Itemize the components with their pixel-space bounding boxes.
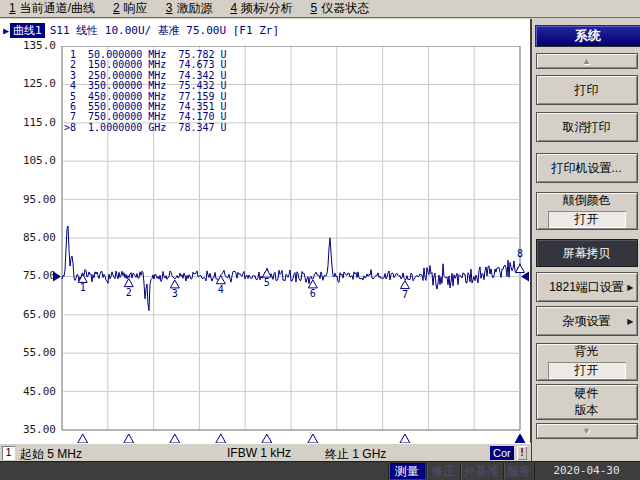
menu-item-1[interactable]: 1当前通道/曲线 — [0, 0, 104, 17]
softkey-screen-copy[interactable]: 屏幕拷贝 — [536, 239, 638, 267]
marker-readout-table: 1 50.000000 MHz 75.782 U 2 150.00000 MHz… — [64, 50, 227, 133]
softkey-sidebar: 系统▲打印取消打印打印机设置...颠倒颜色打开屏幕拷贝1821端口设置▶杂项设置… — [531, 19, 640, 461]
instrument-state-bar: 2020-04-30 10:19 测量修正外基准服务 — [0, 461, 640, 480]
y-axis-tick-label: 115.0 — [14, 116, 56, 129]
marker-5[interactable]: 5 — [262, 269, 271, 288]
marker-6-stimulus-triangle-icon — [308, 434, 318, 443]
state-indicator-1: 测量 — [388, 463, 425, 479]
y-axis-tick-label: 85.00 — [14, 231, 56, 244]
chevron-down-icon: ▼ — [537, 426, 637, 436]
svg-text:6: 6 — [310, 288, 316, 299]
y-axis-tick-label: 35.00 — [14, 423, 56, 436]
svg-text:3: 3 — [172, 288, 178, 299]
correction-on-badge: Cor — [490, 446, 514, 460]
marker-7-stimulus-triangle-icon — [400, 434, 410, 443]
marker-3-stimulus-triangle-icon — [170, 434, 180, 443]
marker-4-stimulus-triangle-icon — [216, 434, 226, 443]
y-axis-tick-label: 135.0 — [14, 39, 56, 52]
state-indicator-3: 外基准 — [460, 463, 502, 479]
state-indicator-4: 服务 — [503, 463, 533, 479]
state-indicator-2: 修正 — [426, 463, 459, 479]
softkey-invert-colors[interactable]: 颠倒颜色打开 — [536, 192, 638, 230]
softkey-label: 1821端口设置 — [537, 279, 637, 296]
softkey-label: 背光 — [537, 343, 637, 360]
softkey-label: 打印 — [537, 82, 637, 99]
softkey-hardware-version[interactable]: 硬件版本 — [536, 384, 638, 420]
submenu-arrow-icon: ▶ — [627, 283, 633, 292]
y-axis-tick-label: 55.00 — [14, 346, 56, 359]
svg-text:7: 7 — [402, 289, 408, 300]
marker-1-stimulus-triangle-icon — [78, 434, 88, 443]
svg-text:8: 8 — [517, 248, 523, 259]
menu-bar: 1当前通道/曲线2响应3激励源4频标/分析5仪器状态 — [0, 0, 640, 18]
channel-number-badge: 1 — [2, 446, 15, 460]
svg-text:2: 2 — [126, 287, 132, 298]
datetime-display: 2020-04-30 10:19 — [534, 463, 638, 479]
y-axis-tick-label: 45.00 — [14, 385, 56, 398]
submenu-arrow-icon: ▶ — [627, 317, 633, 326]
marker-6[interactable]: 6 — [308, 280, 317, 299]
marker-5-stimulus-triangle-icon — [262, 434, 272, 443]
marker-8-stimulus-triangle-icon — [515, 434, 525, 443]
softkey-state-value: 打开 — [548, 362, 626, 379]
marker-4[interactable]: 4 — [216, 276, 225, 295]
y-axis-tick-label: 125.0 — [14, 77, 56, 90]
svg-text:1: 1 — [80, 282, 86, 293]
softkey-print[interactable]: 打印 — [536, 75, 638, 105]
softkey-label: 打印机设置... — [537, 160, 637, 177]
chevron-up-icon: ▲ — [537, 56, 637, 66]
marker-2-stimulus-triangle-icon — [124, 434, 134, 443]
ref-level-arrow-left-icon — [53, 271, 61, 281]
softkey-label: 颠倒颜色 — [537, 192, 637, 209]
softkey-label: 屏幕拷贝 — [537, 245, 637, 262]
measurement-screen: ▶ 曲线1 S11 线性 10.00U/ 基准 75.00U [F1 Zr] 1… — [0, 19, 531, 443]
marker-2[interactable]: 2 — [124, 279, 133, 298]
menu-item-2[interactable]: 2响应 — [104, 0, 157, 17]
trace-label-badge[interactable]: 曲线1 — [10, 23, 45, 38]
trace-format-text: S11 线性 10.00U/ 基准 75.00U [F1 Zr] — [50, 23, 279, 38]
softkey-state-value: 打开 — [548, 211, 626, 228]
softkey-cancel-print[interactable]: 取消打印 — [536, 112, 638, 142]
active-trace-arrow-icon: ▶ — [3, 25, 9, 36]
y-axis-tick-label: 105.0 — [14, 154, 56, 167]
marker-7[interactable]: 7 — [400, 281, 409, 300]
sidebar-title-system: 系统 — [535, 25, 640, 47]
sweep-status-bar: 1 起始 5 MHz IFBW 1 kHz 终止 1 GHz Cor ! — [0, 443, 531, 461]
menu-item-3[interactable]: 3激励源 — [157, 0, 222, 17]
y-axis-tick-label: 75.00 — [14, 269, 56, 282]
svg-text:4: 4 — [218, 284, 224, 295]
scroll-down-button[interactable]: ▼ — [536, 423, 638, 439]
y-axis-tick-label: 65.00 — [14, 308, 56, 321]
softkey-label: 硬件 — [537, 385, 637, 402]
scroll-up-button[interactable]: ▲ — [536, 53, 638, 69]
ifbw-label: IFBW 1 kHz — [227, 446, 291, 460]
menu-item-4[interactable]: 4频标/分析 — [221, 0, 301, 17]
softkey-label: 取消打印 — [537, 119, 637, 136]
vna-instrument-window: 1当前通道/曲线2响应3激励源4频标/分析5仪器状态 ▶ 曲线1 S11 线性 … — [0, 0, 640, 480]
softkey-printer-setup[interactable]: 打印机设置... — [536, 153, 638, 183]
marker-3[interactable]: 3 — [170, 280, 179, 299]
menu-item-5[interactable]: 5仪器状态 — [301, 0, 378, 17]
softkey-port-1821-setup[interactable]: 1821端口设置▶ — [536, 272, 638, 302]
softkey-misc-setup[interactable]: 杂项设置▶ — [536, 306, 638, 336]
y-axis-tick-label: 95.00 — [14, 193, 56, 206]
marker-table-row: >8 1.0000000 GHz 78.347 U — [64, 123, 227, 133]
svg-text:5: 5 — [264, 277, 270, 288]
warning-icon: ! — [517, 446, 527, 460]
softkey-backlight[interactable]: 背光打开 — [536, 343, 638, 381]
softkey-label: 杂项设置 — [537, 313, 637, 330]
softkey-label: 版本 — [537, 402, 637, 419]
trace-status-line: ▶ 曲线1 S11 线性 10.00U/ 基准 75.00U [F1 Zr] — [3, 23, 279, 37]
